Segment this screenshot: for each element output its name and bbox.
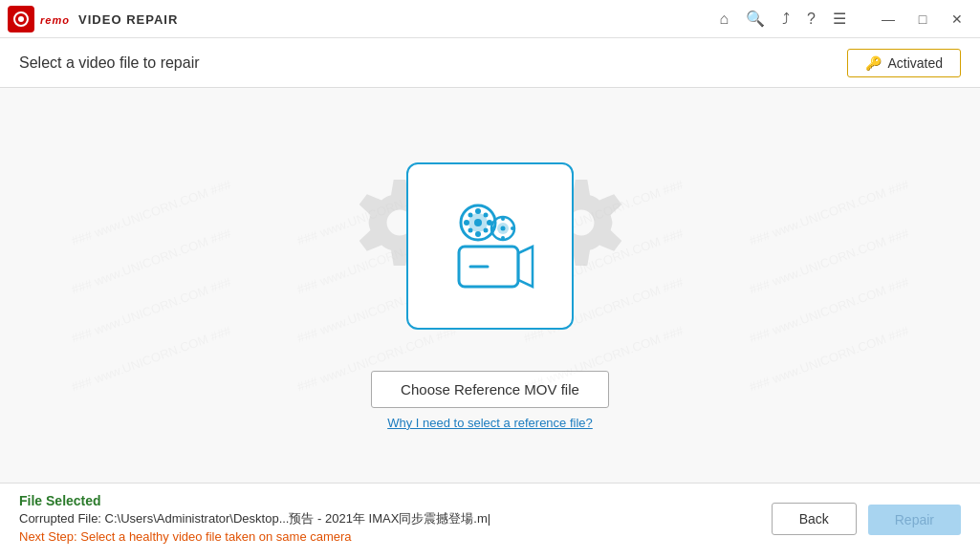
svg-point-19 (491, 226, 495, 230)
close-button[interactable]: ✕ (942, 4, 972, 34)
title-bar: remo VIDEO REPAIR ⌂ 🔍 ⤴ ? ☰ — □ ✕ (0, 0, 980, 38)
title-bar-left: remo VIDEO REPAIR (8, 6, 178, 32)
title-bar-icons: ⌂ 🔍 ⤴ ? ☰ — □ ✕ (719, 4, 972, 34)
maximize-button[interactable]: □ (907, 4, 938, 34)
logo-text: remo (40, 14, 70, 26)
video-camera-icon (438, 194, 543, 299)
window-controls: — □ ✕ (873, 4, 972, 34)
svg-point-20 (511, 226, 514, 230)
corrupted-file-text: Corrupted File: C:\Users\Administrator\D… (19, 510, 772, 527)
svg-point-10 (468, 212, 472, 217)
minimize-button[interactable]: — (873, 4, 904, 34)
help-icon[interactable]: ? (807, 11, 816, 28)
next-step-text: Next Step: Select a healthy video file t… (19, 529, 772, 544)
repair-icon-area (347, 141, 634, 352)
app-title: remo VIDEO REPAIR (40, 11, 178, 27)
logo-icon (8, 6, 34, 32)
app-logo: remo VIDEO REPAIR (8, 6, 178, 32)
page-subtitle: Select a video file to repair (19, 54, 200, 72)
app-subtitle: VIDEO REPAIR (78, 12, 178, 27)
why-reference-link[interactable]: Why I need to select a reference file? (387, 416, 593, 430)
svg-point-5 (474, 219, 482, 226)
svg-point-17 (501, 217, 505, 221)
svg-point-18 (501, 236, 505, 240)
svg-point-16 (500, 226, 505, 230)
svg-marker-23 (518, 247, 533, 287)
share-icon[interactable]: ⤴ (782, 11, 790, 28)
footer-row: File Selected Corrupted File: C:\Users\A… (19, 493, 961, 544)
footer-bar: File Selected Corrupted File: C:\Users\A… (0, 483, 980, 559)
action-area: Choose Reference MOV file Why I need to … (371, 371, 609, 430)
svg-point-2 (18, 16, 24, 22)
menu-icon[interactable]: ☰ (833, 10, 846, 28)
svg-point-6 (475, 208, 481, 214)
main-content: ### www.UNICORN.COM ### ### www.UNICORN.… (0, 88, 980, 483)
activated-label: Activated (887, 55, 943, 71)
svg-point-8 (464, 220, 469, 226)
key-icon: 🔑 (865, 55, 882, 71)
svg-point-12 (468, 227, 472, 232)
home-icon[interactable]: ⌂ (719, 11, 729, 28)
svg-point-7 (475, 231, 481, 237)
back-button[interactable]: Back (772, 503, 857, 535)
activated-button[interactable]: 🔑 Activated (847, 49, 961, 77)
search-icon[interactable]: 🔍 (746, 10, 765, 28)
repair-blue-box (406, 162, 574, 330)
header-bar: Select a video file to repair 🔑 Activate… (0, 38, 980, 88)
choose-reference-button[interactable]: Choose Reference MOV file (371, 371, 609, 408)
svg-point-11 (483, 212, 488, 217)
file-info: File Selected Corrupted File: C:\Users\A… (19, 493, 772, 544)
footer-buttons: Back Repair (772, 503, 961, 535)
repair-button: Repair (868, 505, 961, 535)
file-selected-label: File Selected (19, 493, 772, 508)
svg-point-13 (483, 227, 488, 232)
